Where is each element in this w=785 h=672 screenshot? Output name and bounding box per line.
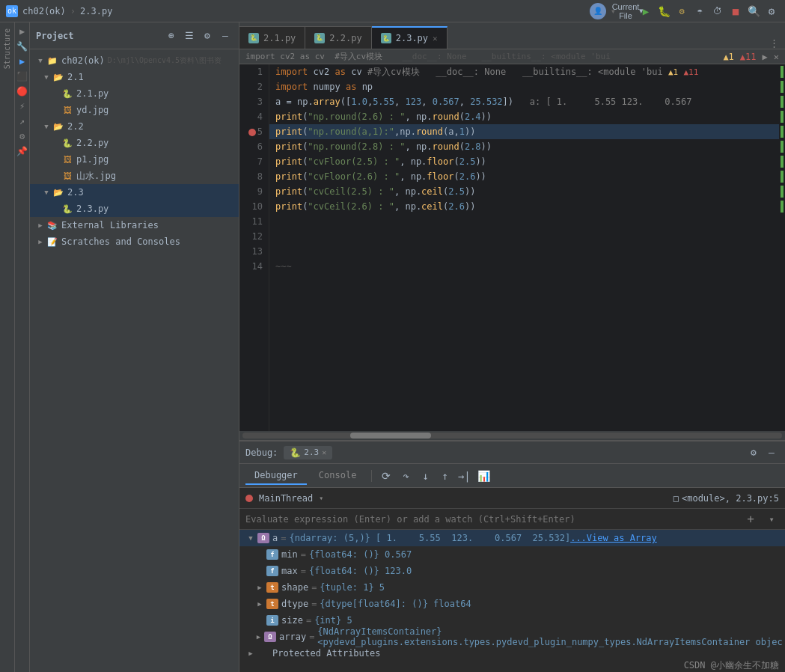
main-area: Structure ▶ 🔧 ▶ ⬛ 🔴 ⚡ ↗ ⚙ 📌 Project ⊕ ☰ …	[0, 22, 785, 672]
code-line-11	[269, 214, 779, 229]
sidebar-collapse-btn[interactable]: —	[218, 28, 233, 43]
var-size-eq: =	[306, 615, 311, 626]
debug-session-close[interactable]: ✕	[322, 448, 326, 456]
line-num-10: 10	[239, 199, 269, 214]
var-row-min[interactable]: f min = {float64: ()} 0.567	[239, 546, 785, 563]
evaluate-add-btn[interactable]: +	[743, 512, 758, 527]
file-2.2.py-label: 2.2.py	[76, 138, 109, 148]
scrollbar-track[interactable]	[242, 433, 782, 439]
sidebar-item-scratches[interactable]: ▶ 📝 Scratches and Consoles	[30, 233, 239, 250]
info-collapse-icon[interactable]: ✕	[774, 52, 779, 62]
tab-2.1.py-icon: 🐍	[248, 33, 259, 43]
warn-count: ▲1	[723, 52, 733, 62]
far-left-strip: Structure	[0, 22, 15, 672]
sidebar-list-btn[interactable]: ☰	[182, 28, 197, 43]
var-size-value: {int} 5	[314, 615, 352, 626]
tabs-settings-icon[interactable]: ⋮	[769, 37, 779, 49]
tab-2.3.py-close[interactable]: ✕	[433, 34, 438, 43]
strip-build-icon[interactable]: 🔧	[16, 40, 28, 52]
debug-button[interactable]: 🐛	[656, 4, 671, 19]
editor-scrollbar[interactable]	[239, 431, 785, 440]
debug-step-in-btn[interactable]: ↓	[417, 468, 433, 484]
var-row-max[interactable]: f max = {float64: ()} 123.0	[239, 563, 785, 579]
strip-run-icon[interactable]: ▶	[16, 25, 28, 37]
tab-2.3.py[interactable]: 🐍 2.3.py ✕	[372, 26, 448, 49]
sidebar-item-2.3-folder[interactable]: ▼ 📂 2.3	[30, 184, 239, 201]
editor-content[interactable]: import cv2 as cv #导入cv模块 __doc__: None _…	[269, 64, 779, 431]
debug-header-actions: ⚙ —	[746, 445, 779, 460]
code-line-5: print("np.round(a,1):",np.round(a,1))	[269, 124, 779, 139]
debug-tab-debugger[interactable]: Debugger	[245, 467, 307, 485]
sidebar-item-external-libraries[interactable]: ▶ 📚 External Libraries	[30, 217, 239, 233]
structure-label[interactable]: Structure	[3, 22, 11, 75]
sidebar-settings-btn[interactable]: ⚙	[200, 28, 215, 43]
sidebar-item-2.2.py[interactable]: 🐍 2.2.py	[30, 135, 239, 151]
scrollbar-thumb[interactable]	[350, 433, 431, 439]
strip-step-in-icon[interactable]: ⚡	[16, 100, 28, 112]
sidebar-item-2.1-folder[interactable]: ▼ 📂 2.1	[30, 69, 239, 85]
debug-run-to-cursor-btn[interactable]: →|	[456, 468, 472, 484]
strip-pin-icon[interactable]: 📌	[16, 145, 28, 157]
user-avatar[interactable]: 👤	[590, 3, 606, 19]
sidebar-item-2.3.py[interactable]: 🐍 2.3.py	[30, 201, 239, 217]
var-row-dtype[interactable]: ▶ t dtype = {dtype[float64]: ()} float64	[239, 596, 785, 612]
strip-stop-icon[interactable]: ⬛	[16, 70, 28, 82]
margin-3	[779, 94, 785, 109]
var-row-array[interactable]: ▶ Ω array = {NdArrayItemsContainer} <pyd…	[239, 629, 785, 645]
tab-2.2.py[interactable]: 🐍 2.2.py	[305, 26, 371, 49]
coverage-button[interactable]: ☂	[692, 4, 707, 19]
line-num-5[interactable]: 5	[239, 124, 269, 139]
debug-session-tab[interactable]: 🐍 2.3 ✕	[284, 446, 332, 459]
sidebar-item-2.1.py[interactable]: 🐍 2.1.py	[30, 85, 239, 102]
sidebar-item-yd.jpg[interactable]: 🖼 yd.jpg	[30, 102, 239, 118]
strip-debug-icon[interactable]: ▶	[16, 55, 28, 67]
run-button[interactable]: ▶	[638, 4, 653, 19]
var-a-type-icon: Ω	[257, 533, 269, 543]
code-line-6: print("np.round(2.8) : ", np.round(2.8))	[269, 139, 779, 154]
evaluate-dropdown-btn[interactable]: ▾	[764, 512, 779, 527]
evaluate-input[interactable]	[245, 514, 737, 525]
build-button[interactable]: ⚙	[674, 4, 689, 19]
profile-button[interactable]: ⏱	[710, 4, 725, 19]
debug-tab-console[interactable]: Console	[310, 467, 366, 485]
tab-2.1.py[interactable]: 🐍 2.1.py	[239, 26, 305, 49]
current-file-dropdown[interactable]: Current File ▾	[620, 4, 635, 19]
var-a-eq: =	[281, 533, 286, 543]
thread-dropdown-icon[interactable]: ▾	[319, 494, 323, 502]
search-button[interactable]: 🔍	[746, 4, 761, 19]
strip-settings-icon[interactable]: ⚙	[16, 130, 28, 142]
var-shape-arrow-icon: ▶	[254, 582, 265, 593]
debug-evaluate-btn[interactable]: 📊	[475, 468, 492, 484]
sidebar-add-btn[interactable]: ⊕	[164, 28, 179, 43]
margin-8	[779, 169, 785, 184]
sidebar-item-2.2-folder[interactable]: ▼ 📂 2.2	[30, 118, 239, 135]
var-array-eq: =	[309, 632, 314, 642]
info-expand-icon[interactable]: ▶	[763, 52, 768, 62]
sidebar-item-p1.jpg[interactable]: 🖼 p1.jpg	[30, 151, 239, 168]
debug-minimize-icon[interactable]: —	[764, 445, 779, 460]
strip-step-out-icon[interactable]: ↗	[16, 115, 28, 127]
debug-step-out-btn[interactable]: ↑	[436, 468, 453, 484]
var-row-shape[interactable]: ▶ t shape = {tuple: 1} 5	[239, 579, 785, 596]
debug-step-over-btn[interactable]: ↷	[397, 468, 414, 484]
folder-2.3-arrow-icon: ▼	[42, 188, 51, 197]
debug-settings-icon[interactable]: ⚙	[746, 445, 761, 460]
strip-step-over-icon[interactable]: 🔴	[16, 85, 28, 97]
var-dtype-name: dtype	[281, 599, 308, 609]
file-2.3.py-label: 2.3.py	[76, 204, 109, 214]
file-2.1.py-label: 2.1.py	[76, 88, 109, 99]
settings-button[interactable]: ⚙	[764, 4, 779, 19]
debug-restore-btn[interactable]: ⟳	[378, 468, 394, 484]
debug-header: Debug: 🐍 2.3 ✕ ⚙ —	[239, 442, 785, 464]
var-min-eq: =	[301, 549, 306, 560]
var-a-view-link[interactable]: ...View as Array	[570, 533, 657, 543]
toolbar-divider	[371, 470, 372, 482]
var-protected-arrow-icon: ▶	[245, 648, 256, 659]
var-row-a[interactable]: ▼ Ω a = {ndarray: (5,)} [ 1. 5.55 123. 0…	[239, 530, 785, 546]
stop-button[interactable]: ■	[728, 4, 743, 19]
var-shape-value: {tuple: 1} 5	[320, 582, 385, 593]
folder-2.2-icon: 📂	[52, 120, 64, 132]
sidebar-item-shanshuijpg[interactable]: 🖼 山水.jpg	[30, 168, 239, 184]
sidebar-root[interactable]: ▼ 📁 ch02(ok) D:\mjl\Opencv4.5资料\图书资	[30, 52, 239, 69]
title-bar-right: 👤 ▾ Current File ▾ ▶ 🐛 ⚙ ☂ ⏱ ■ 🔍 ⚙	[590, 3, 779, 19]
